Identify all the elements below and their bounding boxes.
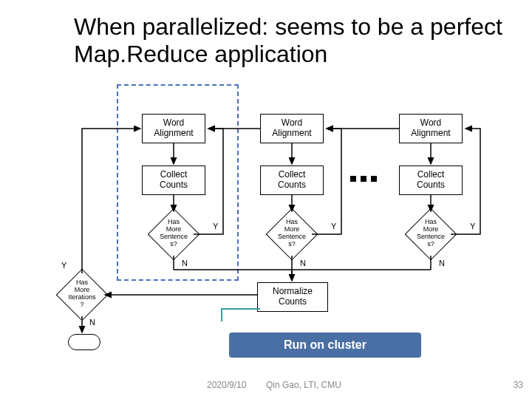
collect-counts-box-1: Collect Counts [142,166,205,195]
page-number: 33 [514,380,523,390]
footer-author: Qin Gao, LTI, CMU [266,380,341,390]
label-y-iter: Y [61,261,66,270]
label-y-col2: Y [331,222,336,231]
label-y-col3: Y [470,222,475,231]
word-alignment-box-2: Word Alignment [260,114,324,143]
normalize-counts-box: Normalize Counts [257,282,328,312]
slide-title: When parallelized: seems to be a perfect… [74,13,510,68]
label-n-col3: N [439,259,445,267]
label-n-col1: N [182,259,188,267]
ellipsis-dots [350,176,377,182]
footer-date: 2020/9/10 [207,380,246,390]
end-terminator [68,334,100,350]
collect-counts-box-3: Collect Counts [399,166,463,195]
label-n-iter: N [89,318,95,327]
label-n-col2: N [300,259,306,267]
has-more-iterations-diamond [56,269,109,321]
has-more-sentences-diamond-3 [405,208,457,261]
run-on-cluster-banner: Run on cluster [229,332,421,358]
has-more-sentences-diamond-2 [266,208,318,261]
label-y-col1: Y [213,222,218,231]
word-alignment-box-3: Word Alignment [399,114,463,143]
word-alignment-box-1: Word Alignment [142,114,205,143]
collect-counts-box-2: Collect Counts [260,166,324,195]
